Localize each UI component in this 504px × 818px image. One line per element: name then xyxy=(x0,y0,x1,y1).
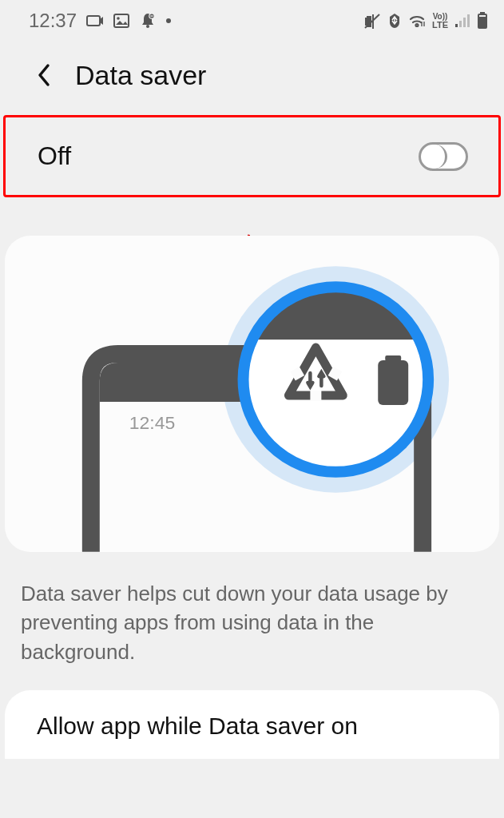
status-left: 12:37 xyxy=(29,10,171,32)
toggle-card-highlight: Off xyxy=(3,115,501,197)
chevron-left-icon xyxy=(35,62,51,88)
battery-icon xyxy=(477,12,488,30)
data-saver-status-icon xyxy=(387,13,402,29)
svg-rect-14 xyxy=(479,15,486,17)
page-title: Data saver xyxy=(75,60,206,91)
page-header: Data saver xyxy=(0,38,504,115)
svg-rect-23 xyxy=(385,355,401,361)
more-notifications-dot xyxy=(166,18,171,23)
allow-app-label: Allow app while Data saver on xyxy=(37,713,358,739)
signal-icon xyxy=(454,14,470,28)
svg-rect-6 xyxy=(150,15,153,16)
svg-rect-1 xyxy=(114,14,129,27)
allow-app-row[interactable]: Allow app while Data saver on xyxy=(5,690,499,759)
voicemail-icon xyxy=(86,14,104,27)
svg-rect-9 xyxy=(459,21,462,27)
image-icon xyxy=(113,14,129,28)
svg-point-2 xyxy=(117,17,120,20)
illustration-card: 12:45 xyxy=(5,236,499,552)
data-saver-toggle[interactable] xyxy=(419,142,468,171)
description-text: Data saver helps cut down your data usag… xyxy=(0,552,504,690)
toggle-state-label: Off xyxy=(38,141,71,171)
illustration-time: 12:45 xyxy=(129,412,175,433)
svg-rect-22 xyxy=(310,391,321,401)
svg-point-3 xyxy=(146,25,149,28)
wifi-icon xyxy=(408,14,426,28)
dnd-bell-icon xyxy=(139,12,157,30)
svg-rect-10 xyxy=(463,18,466,27)
svg-rect-8 xyxy=(455,24,458,27)
illustration: 12:45 xyxy=(5,236,499,552)
svg-rect-24 xyxy=(378,360,408,405)
status-bar: 12:37 Vo))LTE xyxy=(0,0,504,38)
svg-rect-11 xyxy=(467,14,470,27)
svg-rect-0 xyxy=(87,16,100,26)
status-right: Vo))LTE xyxy=(363,12,488,30)
vibrate-icon xyxy=(363,13,381,29)
volte-icon: Vo))LTE xyxy=(432,13,448,30)
status-time: 12:37 xyxy=(29,10,77,32)
data-saver-toggle-row[interactable]: Off xyxy=(6,117,498,195)
back-button[interactable] xyxy=(29,56,58,94)
